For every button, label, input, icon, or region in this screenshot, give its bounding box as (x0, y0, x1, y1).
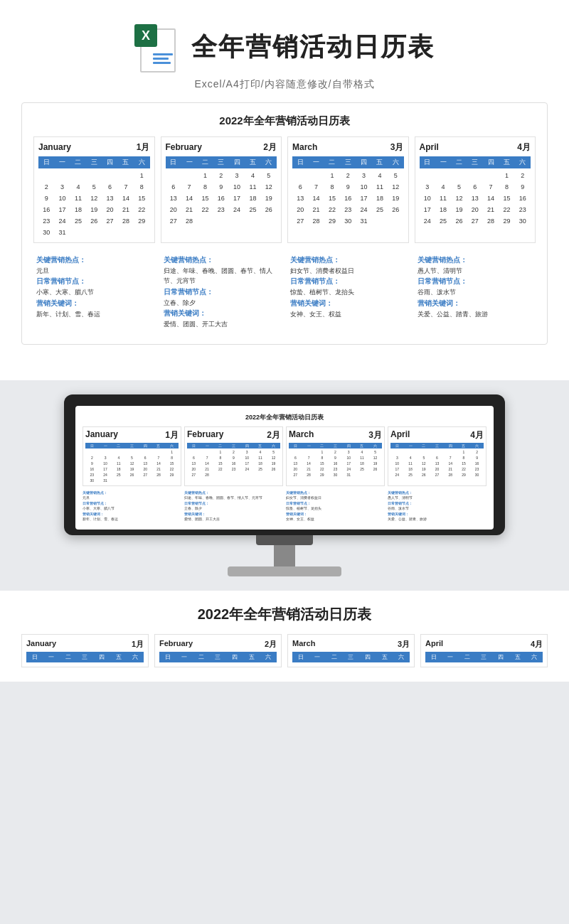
day-cell: 28 (118, 215, 134, 227)
day-cell (152, 478, 166, 483)
weekday-cell: 一 (43, 652, 60, 662)
monitor-stand-base (228, 566, 341, 576)
day-cell: 6 (289, 455, 302, 461)
day-cell: 11 (356, 455, 369, 461)
weekday-cell: 一 (309, 652, 326, 662)
top-section: X 全年营销活动日历表 Excel/A4打印/内容随意修改/自带格式 2022年… (0, 0, 569, 380)
day-cell: 10 (54, 193, 70, 204)
info-value: 立春、除夕 (184, 506, 283, 512)
month-en: April (420, 142, 439, 152)
weekday-cell: 日 (289, 443, 302, 448)
day-cell: 10 (229, 181, 245, 193)
day-cell: 8 (324, 181, 340, 193)
day-cell: 5 (86, 181, 102, 193)
day-cell: 21 (302, 466, 316, 472)
day-cell: 17 (420, 204, 435, 215)
weekday-cell: 五 (118, 156, 134, 168)
info-value: 惊蛰、植树节、龙抬头 (290, 287, 406, 297)
day-cell: 17 (240, 461, 254, 466)
weekday-cell: 日 (38, 156, 54, 168)
day-cell: 20 (187, 466, 201, 472)
month-block: January1月日一二三四五六123456789101112131415161… (83, 426, 181, 486)
info-value: 愚人节、清明节 (388, 495, 486, 501)
day-cell: 25 (70, 215, 86, 227)
info-value: 愚人节、清明节 (418, 266, 533, 276)
bottom-month-block: April4月日一二三四五六 (420, 634, 548, 667)
monitor-frame: 2022年全年营销活动日历表 January1月日一二三四五六123456789… (64, 394, 505, 535)
day-cell: 1 (134, 170, 149, 181)
day-cell: 22 (315, 466, 329, 472)
day-cell: 9 (213, 181, 229, 193)
weekday-cell: 六 (388, 156, 403, 168)
day-cell (125, 478, 139, 483)
day-cell (390, 449, 404, 455)
day-cell: 21 (118, 204, 134, 215)
month-header: March3月 (292, 141, 404, 154)
day-cell: 5 (417, 455, 430, 461)
small-info-grid: 关键营销热点：元旦日常营销节点：小寒、大寒、腊八节营销关键词：新年、计划、雪、春… (83, 490, 486, 522)
day-cell (181, 170, 197, 181)
day-cell (152, 449, 166, 455)
day-cell: 5 (451, 181, 467, 193)
day-cell: 10 (342, 455, 356, 461)
info-value: 女神、女王、权益 (290, 309, 406, 319)
day-cell: 6 (139, 455, 152, 461)
day-cell: 6 (430, 455, 444, 461)
day-cell: 17 (342, 461, 356, 466)
day-cell: 26 (417, 472, 430, 478)
weekday-cell: 二 (60, 652, 77, 662)
day-cell (166, 170, 181, 181)
doc-line (153, 53, 173, 55)
weekday-cell: 六 (260, 652, 277, 662)
info-value: 爱情、团圆、开工大吉 (184, 517, 283, 522)
weekday-cell: 五 (152, 443, 166, 448)
day-cell: 22 (213, 466, 227, 472)
info-value: 小寒、大寒、腊八节 (83, 506, 181, 512)
bottom-month-block: February2月日一二三四五六 (154, 634, 282, 667)
weekday-cell: 二 (451, 156, 467, 168)
day-cell: 9 (470, 455, 484, 461)
day-cell: 7 (308, 181, 324, 193)
day-cell: 9 (329, 455, 342, 461)
day-cell: 7 (152, 455, 166, 461)
day-cell: 22 (165, 466, 179, 472)
day-cell: 13 (289, 461, 302, 466)
weekday-row: 日一二三四五六 (38, 156, 150, 168)
bottom-month-block: March3月日一二三四五六 (287, 634, 415, 667)
day-cell (308, 170, 324, 181)
day-cell: 27 (467, 215, 483, 227)
info-label-key: 营销关键词： (164, 308, 280, 319)
day-cell: 5 (388, 170, 403, 181)
day-cell: 12 (451, 193, 467, 204)
day-cell: 27 (292, 215, 308, 227)
day-cell (187, 449, 201, 455)
month-cn: 1月 (137, 141, 150, 154)
day-cell: 12 (125, 461, 139, 466)
day-cell: 8 (499, 181, 514, 193)
day-cell (227, 472, 240, 478)
weekday-cell: 日 (292, 156, 308, 168)
month-block: April4月日一二三四五六12345678910111213141516171… (415, 136, 536, 243)
weekday-cell: 四 (342, 443, 356, 448)
monitor-stand-top (256, 535, 313, 545)
day-cell: 10 (356, 181, 371, 193)
info-value: 谷雨、泼水节 (388, 506, 486, 512)
day-cell: 27 (102, 215, 117, 227)
weekday-row: 日一二三四五六 (292, 652, 410, 662)
month-en: March (289, 429, 314, 441)
day-cell (134, 227, 149, 238)
weekday-cell: 日 (425, 652, 442, 662)
day-cell (38, 170, 54, 181)
weekday-cell: 六 (261, 156, 277, 168)
day-cell: 28 (308, 215, 324, 227)
month-block: March3月日一二三四五六12345678910111213141516171… (286, 426, 385, 486)
day-cell (368, 472, 382, 478)
monitor-section: 2022年全年营销活动日历表 January1月日一二三四五六123456789… (0, 380, 569, 591)
day-cell: 3 (240, 449, 254, 455)
day-cell: 29 (165, 472, 179, 478)
days-grid: 1234567891011121314151617181920212223242… (166, 170, 277, 227)
day-cell: 4 (245, 170, 260, 181)
day-cell: 13 (430, 461, 444, 466)
day-cell: 3 (99, 455, 112, 461)
day-cell: 16 (470, 461, 484, 466)
